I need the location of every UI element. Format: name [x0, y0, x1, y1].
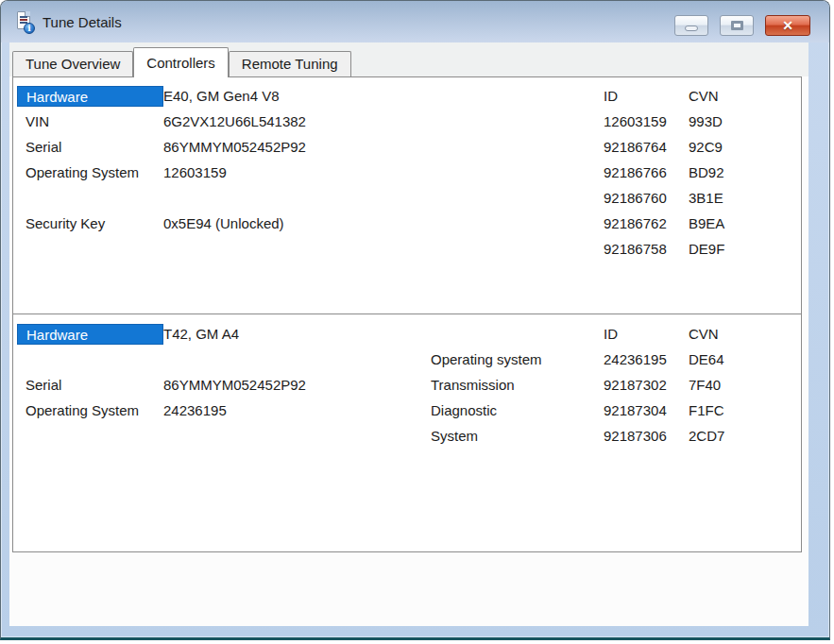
row-sub-label-cell: System [422, 428, 604, 444]
controller-panel-engine: Hardware E40, GM Gen4 V8 ID CVN VIN 6G2V… [13, 77, 801, 314]
controller-panel-transmission: Hardware T42, GM A4 ID CVN Operating sys… [13, 314, 801, 449]
controller-row[interactable]: Operating system 24236195 DE64 [13, 347, 801, 372]
row-value-cell: 12603159 [163, 164, 422, 180]
controller-row-selected[interactable]: Hardware E40, GM Gen4 V8 ID CVN [13, 83, 801, 109]
row-id-cell: 92186764 [604, 139, 689, 155]
row-id-cell: 92186760 [604, 190, 689, 206]
controller-row-selected[interactable]: Hardware T42, GM A4 ID CVN [13, 321, 801, 347]
row-sub-label-cell: Transmission [422, 377, 604, 393]
tab-controllers[interactable]: Controllers [133, 47, 229, 77]
row-sub-label-cell: Diagnostic [422, 402, 604, 418]
controller-row[interactable]: Operating System 24236195 Diagnostic 921… [13, 398, 801, 423]
maximize-button[interactable] [720, 15, 754, 36]
row-cvn-cell: CVN [689, 326, 801, 342]
controller-row[interactable]: 92186760 3B1E [13, 185, 801, 211]
row-id-cell: 92186762 [604, 215, 689, 231]
controller-row[interactable]: Operating System 12603159 92186766 BD92 [13, 160, 801, 185]
minimize-icon [685, 25, 698, 31]
row-cvn-cell: DE64 [689, 351, 801, 367]
screen: i Tune Details ✕ Tune Overview Controlle… [0, 0, 834, 644]
row-id-cell: 92187302 [604, 377, 689, 393]
row-id-cell: 92187306 [604, 428, 689, 444]
row-cvn-cell: 993D [689, 113, 801, 129]
dialog-client-area: Tune Overview Controllers Remote Tuning … [9, 42, 808, 626]
controller-row[interactable]: VIN 6G2VX12U66L541382 12603159 993D [13, 109, 801, 134]
minimize-button[interactable] [674, 15, 708, 36]
tune-file-icon: i [17, 11, 34, 33]
titlebar[interactable]: i Tune Details ✕ [1, 1, 829, 42]
row-cvn-cell: 3B1E [689, 190, 801, 206]
controller-row[interactable]: Serial 86YMMYM052452P92 Transmission 921… [13, 372, 801, 398]
row-cvn-cell: 92C9 [689, 139, 801, 155]
tab-strip: Tune Overview Controllers Remote Tuning [9, 42, 808, 76]
row-value-cell: T42, GM A4 [163, 326, 422, 342]
row-label-cell: Serial [17, 377, 163, 393]
row-value-cell: 86YMMYM052452P92 [163, 139, 422, 155]
row-value-cell: 0x5E94 (Unlocked) [163, 215, 422, 231]
close-icon: ✕ [782, 16, 793, 35]
row-value-cell: 6G2VX12U66L541382 [163, 113, 422, 129]
window-controls: ✕ [674, 15, 810, 36]
row-cvn-cell: 2CD7 [689, 428, 801, 444]
row-value-cell: 24236195 [163, 402, 422, 418]
tab-tune-overview[interactable]: Tune Overview [12, 51, 133, 76]
row-id-cell: 12603159 [604, 113, 689, 129]
row-cvn-cell: DE9F [689, 241, 801, 257]
row-value-cell: E40, GM Gen4 V8 [163, 88, 422, 104]
row-label-cell: Operating System [17, 402, 163, 418]
tune-details-window: i Tune Details ✕ Tune Overview Controlle… [0, 0, 830, 640]
maximize-icon [731, 21, 743, 30]
row-label-cell: Operating System [17, 164, 163, 180]
row-label-cell: Hardware [17, 86, 163, 107]
row-label-cell: Security Key [17, 215, 163, 231]
controller-row[interactable]: 92186758 DE9F [13, 236, 801, 262]
row-cvn-cell: 7F40 [689, 377, 801, 393]
row-value-cell: 86YMMYM052452P92 [163, 377, 422, 393]
row-id-cell: 92187304 [604, 402, 689, 418]
row-cvn-cell: B9EA [689, 215, 801, 231]
controller-row[interactable]: Serial 86YMMYM052452P92 92186764 92C9 [13, 134, 801, 160]
tab-remote-tuning[interactable]: Remote Tuning [229, 51, 351, 76]
row-label-cell: VIN [17, 113, 163, 129]
controller-row[interactable]: Security Key 0x5E94 (Unlocked) 92186762 … [13, 211, 801, 236]
window-title: Tune Details [43, 14, 122, 30]
row-sub-label-cell: Operating system [422, 351, 604, 367]
row-id-cell: 24236195 [604, 351, 689, 367]
row-id-cell: 92186758 [604, 241, 689, 257]
row-cvn-cell: BD92 [689, 164, 801, 180]
row-label-cell: Serial [17, 139, 163, 155]
row-cvn-cell: F1FC [689, 402, 801, 418]
controllers-tab-page: Hardware E40, GM Gen4 V8 ID CVN VIN 6G2V… [12, 76, 802, 552]
row-cvn-cell: CVN [689, 88, 801, 104]
row-id-cell: 92186766 [604, 164, 689, 180]
row-label-cell: Hardware [17, 324, 163, 345]
close-button[interactable]: ✕ [765, 15, 810, 36]
info-badge-icon: i [24, 23, 35, 34]
row-id-cell: ID [604, 88, 689, 104]
controller-row[interactable]: System 92187306 2CD7 [13, 423, 801, 449]
row-id-cell: ID [604, 326, 689, 342]
